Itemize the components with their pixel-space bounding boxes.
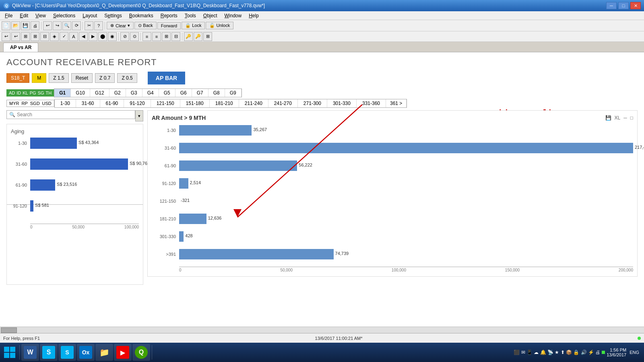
aging-241-270[interactable]: 241-270: [268, 99, 298, 107]
start-button[interactable]: [2, 344, 18, 360]
h-scrollbar-thumb[interactable]: [1, 327, 17, 333]
tb2-btn20[interactable]: 🔑: [194, 32, 202, 41]
currency-usd[interactable]: USD: [42, 101, 52, 106]
tb2-btn16[interactable]: ≡: [152, 32, 161, 41]
country-th[interactable]: TH: [46, 90, 52, 95]
taskbar-video[interactable]: ▶: [114, 344, 132, 361]
menu-layout[interactable]: Layout: [79, 12, 100, 19]
tb2-btn2[interactable]: ↩: [11, 32, 20, 41]
search-dropdown-btn[interactable]: ▾: [135, 110, 143, 121]
new-btn[interactable]: 📄: [2, 21, 10, 30]
currency-rp[interactable]: RP: [21, 101, 27, 106]
tb2-btn17[interactable]: ⊞: [162, 32, 171, 41]
lock-btn[interactable]: 🔒 Lock: [182, 22, 205, 29]
aging-121-150[interactable]: 121-150: [151, 99, 180, 107]
menu-window[interactable]: Window: [221, 12, 245, 19]
save-btn[interactable]: 💾: [21, 21, 30, 30]
period-g4[interactable]: G4: [142, 89, 159, 97]
country-sg[interactable]: SG: [38, 90, 44, 95]
tab-ap-vs-ar[interactable]: AP vs AR: [3, 43, 38, 52]
menu-edit[interactable]: Edit: [17, 12, 31, 19]
period-g8[interactable]: G8: [208, 89, 225, 97]
filter-btn-s18t[interactable]: S18_T: [6, 73, 29, 83]
menu-reports[interactable]: Reports: [157, 12, 181, 19]
menu-selections[interactable]: Selections: [50, 12, 78, 19]
minimize-button[interactable]: ─: [606, 2, 617, 9]
aging-61-90[interactable]: 61-90: [100, 99, 124, 107]
aging-331-360[interactable]: 331-360: [357, 99, 386, 107]
undo-btn[interactable]: ↩: [43, 21, 52, 30]
aging-361-plus[interactable]: 361 >: [386, 99, 407, 107]
period-g10[interactable]: G10: [71, 89, 90, 97]
print-btn[interactable]: 🖨: [31, 21, 39, 30]
h-scrollbar[interactable]: [0, 327, 644, 333]
menu-tools[interactable]: Tools: [182, 12, 199, 19]
tb2-btn9[interactable]: ◀: [79, 32, 88, 41]
period-g9[interactable]: G9: [225, 89, 242, 97]
help-btn[interactable]: ?: [94, 21, 103, 30]
taskbar-skype[interactable]: S: [58, 344, 76, 361]
clear-btn[interactable]: ⊗ Clear ▾: [107, 22, 134, 29]
filter-btn-z07[interactable]: Z 0.7: [95, 73, 115, 83]
aging-151-180[interactable]: 151-180: [180, 99, 210, 107]
tb2-btn13[interactable]: ⊘: [120, 32, 129, 41]
tb2-btn3[interactable]: ⊞: [21, 32, 30, 41]
aging-91-120[interactable]: 91-120: [124, 99, 151, 107]
filter-btn-m[interactable]: M: [32, 73, 46, 83]
country-ad[interactable]: AD: [9, 90, 15, 95]
tb2-btn7[interactable]: ✓: [60, 32, 68, 41]
chart-save-icon[interactable]: 💾: [605, 115, 611, 121]
menu-object[interactable]: Object: [200, 12, 221, 19]
menu-settings[interactable]: Settings: [101, 12, 125, 19]
tb2-btn15[interactable]: ≡: [142, 32, 151, 41]
period-g7[interactable]: G7: [192, 89, 208, 97]
unlock-btn[interactable]: 🔓 Unlock: [206, 22, 233, 29]
currency-myr[interactable]: MYR: [9, 101, 19, 106]
period-g1[interactable]: G1: [54, 89, 71, 97]
country-id[interactable]: ID: [17, 90, 21, 95]
menu-help[interactable]: Help: [246, 12, 262, 19]
tb2-btn5[interactable]: ⊟: [40, 32, 49, 41]
menu-bookmarks[interactable]: Bookmarks: [126, 12, 157, 19]
taskbar-outlook[interactable]: Ox: [77, 344, 95, 361]
aging-211-240[interactable]: 211-240: [239, 99, 268, 107]
tb2-btn8[interactable]: A: [69, 32, 78, 41]
currency-sgd[interactable]: SGD: [30, 101, 40, 106]
taskbar-explorer[interactable]: 📁: [95, 344, 113, 361]
taskbar-word[interactable]: W: [21, 344, 39, 361]
search-input[interactable]: [17, 112, 132, 117]
country-kl[interactable]: KL: [23, 90, 28, 95]
country-pg[interactable]: PG: [30, 90, 36, 95]
aging-271-300[interactable]: 271-300: [298, 99, 327, 107]
back-btn[interactable]: ⊙ Back: [134, 22, 157, 29]
ap-bar-button[interactable]: AP BAR: [148, 72, 185, 84]
tb2-btn19[interactable]: 🔑: [184, 32, 193, 41]
tb2-btn6[interactable]: ◈: [50, 32, 59, 41]
tb2-btn4[interactable]: ⊞: [31, 32, 39, 41]
chart-xl-label[interactable]: XL: [615, 115, 621, 121]
period-g6[interactable]: G6: [175, 89, 192, 97]
aging-301-330[interactable]: 301-330: [327, 99, 357, 107]
chart-minimize-icon[interactable]: ─: [623, 115, 627, 121]
taskbar-qlikview[interactable]: Q: [132, 344, 150, 361]
tb2-btn10[interactable]: ▶: [89, 32, 97, 41]
cut-btn[interactable]: ✂: [85, 21, 93, 30]
search-btn[interactable]: 🔍: [62, 21, 71, 30]
aging-1-30[interactable]: 1-30: [55, 99, 76, 107]
close-button[interactable]: ✕: [630, 2, 641, 9]
reload-btn[interactable]: ⟳: [72, 21, 81, 30]
aging-181-210[interactable]: 181-210: [210, 99, 239, 107]
tb2-btn14[interactable]: ⊙: [130, 32, 139, 41]
maximize-button[interactable]: □: [618, 2, 629, 9]
redo-btn[interactable]: ↪: [53, 21, 62, 30]
aging-31-60[interactable]: 31-60: [76, 99, 100, 107]
filter-btn-reset[interactable]: Reset: [71, 73, 93, 83]
tb2-btn12[interactable]: ◉: [108, 32, 117, 41]
tb2-btn18[interactable]: ⊟: [171, 32, 180, 41]
menu-view[interactable]: View: [32, 12, 49, 19]
period-g2[interactable]: G2: [109, 89, 126, 97]
period-g5[interactable]: G5: [159, 89, 175, 97]
forward-btn[interactable]: Forward: [157, 22, 181, 29]
open-btn[interactable]: 📂: [11, 21, 20, 30]
tb2-btn21[interactable]: ⊞: [203, 32, 212, 41]
